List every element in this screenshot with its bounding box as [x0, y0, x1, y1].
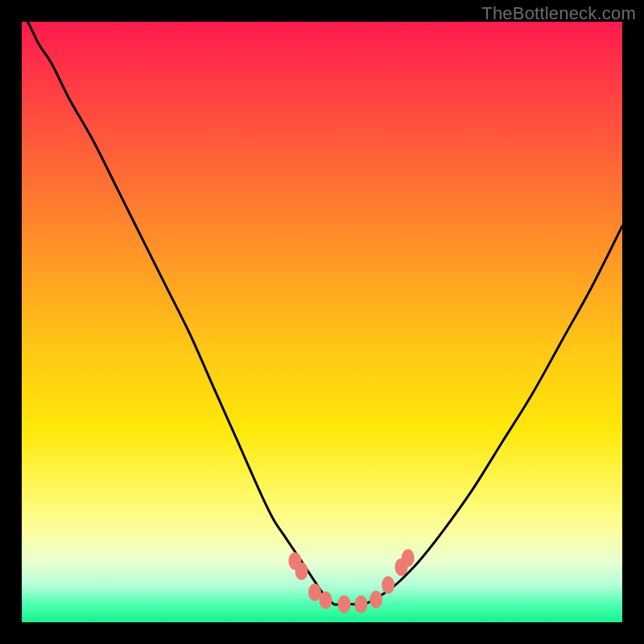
curve-marker: [355, 596, 368, 613]
marker-group: [288, 549, 414, 613]
app-frame: TheBottleneck.com: [0, 0, 644, 644]
curve-marker: [402, 549, 415, 567]
curve-marker: [382, 576, 394, 594]
curve-markers: [22, 22, 622, 622]
curve-marker: [320, 591, 332, 609]
chart-area: [22, 22, 622, 622]
watermark-text: TheBottleneck.com: [481, 3, 636, 24]
curve-marker: [295, 563, 308, 580]
curve-marker: [369, 591, 382, 609]
curve-marker: [338, 596, 351, 613]
curve-marker: [308, 584, 321, 601]
